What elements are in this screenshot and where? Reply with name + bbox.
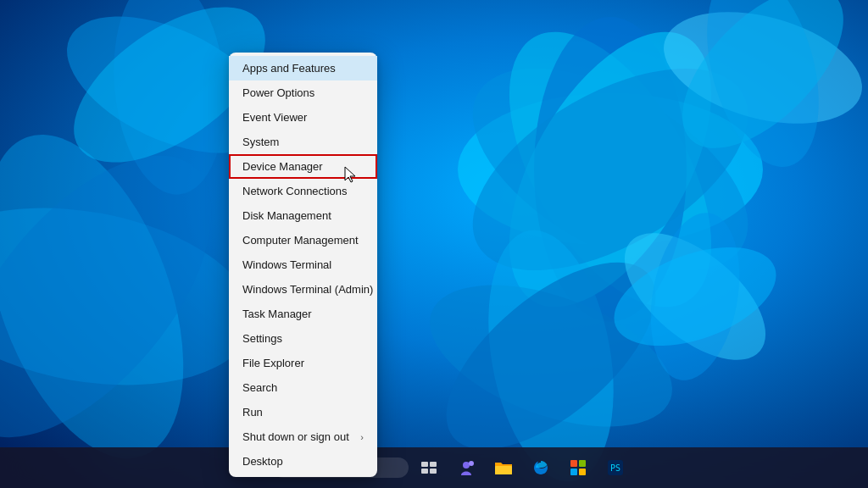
svg-rect-29	[430, 469, 437, 474]
teams-button[interactable]	[449, 451, 483, 485]
svg-rect-33	[570, 460, 577, 467]
menu-item-device-manager[interactable]: Device Manager	[229, 154, 377, 179]
svg-point-31	[469, 461, 474, 466]
submenu-arrow-icon: ›	[360, 432, 364, 442]
svg-point-30	[463, 462, 470, 469]
taskbar: 🔍 Search	[0, 447, 868, 488]
store-button[interactable]	[561, 451, 595, 485]
svg-rect-27	[430, 462, 437, 467]
menu-item-settings[interactable]: Settings	[229, 326, 377, 351]
file-explorer-button[interactable]	[487, 451, 520, 485]
menu-item-power-options[interactable]: Power Options	[229, 80, 377, 105]
svg-rect-26	[421, 462, 428, 467]
svg-rect-34	[579, 460, 586, 467]
menu-item-apps-features[interactable]: Apps and Features	[229, 56, 377, 80]
wallpaper-svg	[0, 0, 868, 488]
svg-rect-36	[579, 469, 586, 475]
menu-item-search[interactable]: Search	[229, 375, 377, 400]
context-menu: Apps and Features Power Options Event Vi…	[229, 53, 377, 477]
desktop-background	[0, 0, 868, 488]
menu-item-computer-management[interactable]: Computer Management	[229, 228, 377, 252]
menu-item-event-viewer[interactable]: Event Viewer	[229, 105, 377, 130]
svg-rect-32	[495, 466, 512, 474]
menu-item-desktop[interactable]: Desktop	[229, 449, 377, 474]
menu-item-run[interactable]: Run	[229, 400, 377, 424]
menu-item-shut-down[interactable]: Shut down or sign out ›	[229, 424, 377, 449]
menu-item-network-connections[interactable]: Network Connections	[229, 179, 377, 203]
menu-item-file-explorer[interactable]: File Explorer	[229, 351, 377, 375]
svg-text:PS: PS	[610, 463, 620, 473]
menu-item-windows-terminal[interactable]: Windows Terminal	[229, 252, 377, 277]
menu-item-task-manager[interactable]: Task Manager	[229, 302, 377, 326]
terminal-button[interactable]: PS	[598, 451, 632, 485]
svg-rect-35	[570, 469, 577, 475]
svg-rect-28	[421, 469, 428, 474]
menu-item-disk-management[interactable]: Disk Management	[229, 203, 377, 228]
menu-item-system[interactable]: System	[229, 130, 377, 154]
menu-item-windows-terminal-admin[interactable]: Windows Terminal (Admin)	[229, 277, 377, 302]
edge-button[interactable]	[524, 451, 558, 485]
task-view-button[interactable]	[412, 451, 446, 485]
